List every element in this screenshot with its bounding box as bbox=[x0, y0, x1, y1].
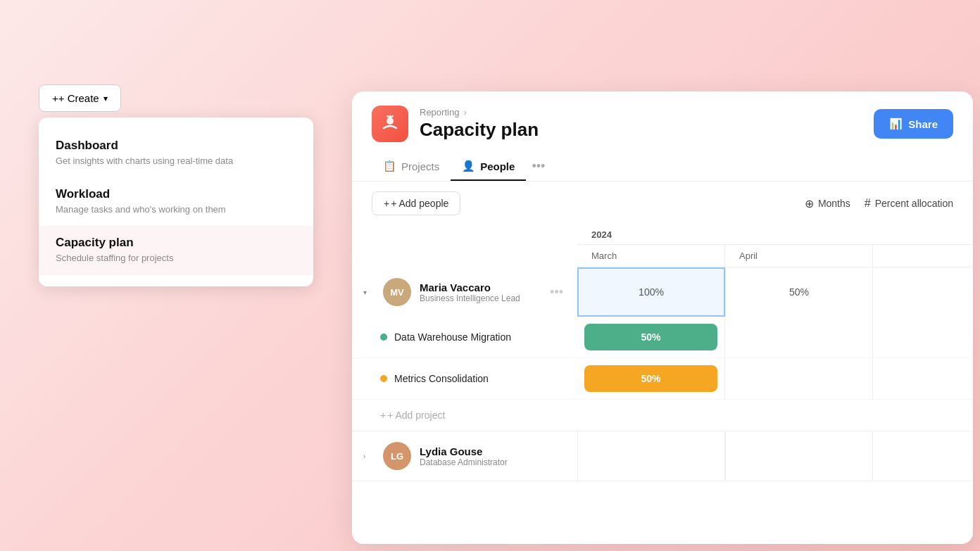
person-menu-maria[interactable]: ••• bbox=[547, 285, 566, 300]
menu-item-dashboard-desc: Get insights with charts using real-time… bbox=[56, 155, 296, 167]
person-cell-maria-april: 50% bbox=[725, 267, 873, 317]
project-info-metrics: Metrics Consolidation bbox=[352, 366, 577, 391]
menu-item-capacity-desc: Schedule staffing for projects bbox=[56, 252, 296, 265]
menu-item-workload-title: Workload bbox=[56, 187, 296, 201]
header-text: Reporting › Capacity plan bbox=[420, 107, 539, 141]
toolbar-right: ⊕ Months # Percent allocation bbox=[805, 197, 953, 210]
person-main-lydia: › LG Lydia Gouse Database Administrator bbox=[352, 431, 973, 481]
percent-option[interactable]: # Percent allocation bbox=[865, 197, 953, 210]
month-march: March bbox=[577, 245, 725, 267]
menu-item-capacity[interactable]: Capacity plan Schedule staffing for proj… bbox=[39, 226, 313, 274]
menu-item-workload-desc: Manage tasks and who's working on them bbox=[56, 203, 296, 216]
percent-label: Percent allocation bbox=[875, 198, 953, 209]
tab-people[interactable]: 👤 People bbox=[451, 153, 526, 181]
project-info-data-warehouse: Data Warehouse Migration bbox=[352, 324, 577, 350]
menu-item-capacity-title: Capacity plan bbox=[56, 236, 296, 250]
menu-item-workload[interactable]: Workload Manage tasks and who's working … bbox=[39, 177, 313, 226]
create-label: + Create bbox=[58, 92, 99, 104]
data-warehouse-dot bbox=[380, 334, 387, 341]
months-label: Months bbox=[818, 198, 850, 209]
left-dropdown-panel: + + Create ▾ Dashboard Get insights with… bbox=[39, 84, 313, 286]
person-cells-maria: 100% 50% bbox=[577, 267, 973, 317]
add-people-button[interactable]: + + Add people bbox=[372, 191, 460, 215]
tab-projects-label: Projects bbox=[401, 160, 439, 172]
project-row-data-warehouse: Data Warehouse Migration 50% bbox=[352, 317, 973, 358]
maria-april-value: 50% bbox=[789, 286, 809, 298]
avatar-lydia: LG bbox=[383, 442, 411, 470]
tab-people-label: People bbox=[480, 160, 515, 172]
maria-march-value: 100% bbox=[639, 286, 664, 298]
project-cell-metrics-april bbox=[725, 358, 873, 399]
menu-item-dashboard-title: Dashboard bbox=[56, 139, 296, 153]
breadcrumb-arrow: › bbox=[463, 107, 466, 118]
project-cells-data-warehouse: 50% bbox=[577, 317, 973, 357]
people-icon: 👤 bbox=[462, 160, 475, 172]
person-role-lydia: Database Administrator bbox=[420, 457, 566, 467]
tabs-bar: 📋 Projects 👤 People ••• bbox=[352, 152, 973, 182]
header-left: Reporting › Capacity plan bbox=[372, 106, 539, 142]
person-name-maria: Maria Vaccaro bbox=[420, 281, 539, 293]
data-warehouse-name: Data Warehouse Migration bbox=[394, 331, 511, 343]
breadcrumb: Reporting › bbox=[420, 107, 539, 118]
person-info-lydia: › LG Lydia Gouse Database Administrator bbox=[352, 433, 577, 479]
hash-icon: # bbox=[865, 197, 871, 210]
app-icon bbox=[372, 106, 408, 142]
svg-point-0 bbox=[387, 118, 394, 125]
year-header: 2024 bbox=[577, 225, 973, 245]
person-info-maria: ▾ MV Maria Vaccaro Business Intelligence… bbox=[352, 270, 577, 315]
plus-icon: + bbox=[52, 92, 58, 104]
expand-arrow-maria[interactable]: ▾ bbox=[363, 289, 375, 296]
project-cell-dw-april bbox=[725, 317, 873, 357]
person-details-maria: Maria Vaccaro Business Intelligence Lead bbox=[420, 281, 539, 303]
share-button[interactable]: 📊 Share bbox=[874, 109, 953, 139]
menu-item-dashboard[interactable]: Dashboard Get insights with charts using… bbox=[39, 129, 313, 177]
add-project-icon: + bbox=[380, 410, 386, 421]
dropdown-menu: Dashboard Get insights with charts using… bbox=[39, 118, 313, 286]
person-main-maria: ▾ MV Maria Vaccaro Business Intelligence… bbox=[352, 267, 973, 317]
metrics-march-bar: 50% bbox=[584, 365, 717, 392]
main-panel: Reporting › Capacity plan 📊 Share 📋 Proj… bbox=[352, 91, 973, 544]
person-row-lydia: › LG Lydia Gouse Database Administrator bbox=[352, 431, 973, 481]
person-row-maria: ▾ MV Maria Vaccaro Business Intelligence… bbox=[352, 267, 973, 431]
year-label: 2024 bbox=[577, 225, 873, 244]
add-project-label: + Add project bbox=[387, 410, 445, 421]
people-section: ▾ MV Maria Vaccaro Business Intelligence… bbox=[352, 267, 973, 544]
person-cell-maria-march: 100% bbox=[577, 267, 725, 317]
chevron-icon: ▾ bbox=[103, 94, 108, 103]
person-cell-lydia-april bbox=[725, 431, 873, 481]
month-april: April bbox=[725, 245, 873, 267]
expand-arrow-lydia[interactable]: › bbox=[363, 452, 375, 460]
person-cells-lydia bbox=[577, 431, 973, 481]
project-cell-dw-march: 50% bbox=[577, 317, 725, 357]
projects-icon: 📋 bbox=[383, 160, 396, 172]
dw-march-bar: 50% bbox=[584, 324, 717, 350]
metrics-dot bbox=[380, 375, 387, 382]
add-people-label: + Add people bbox=[391, 198, 448, 209]
create-button[interactable]: + + Create ▾ bbox=[39, 84, 121, 112]
person-role-maria: Business Intelligence Lead bbox=[420, 293, 539, 303]
project-cells-metrics: 50% bbox=[577, 358, 973, 399]
add-project-button[interactable]: + + Add project bbox=[352, 400, 973, 431]
metrics-name: Metrics Consolidation bbox=[394, 373, 489, 384]
share-label: Share bbox=[908, 118, 938, 130]
person-details-lydia: Lydia Gouse Database Administrator bbox=[420, 445, 566, 467]
person-cell-lydia-march bbox=[577, 431, 725, 481]
person-name-lydia: Lydia Gouse bbox=[420, 445, 566, 457]
breadcrumb-text: Reporting bbox=[420, 107, 459, 118]
month-header-row: March April bbox=[577, 245, 973, 267]
project-row-metrics: Metrics Consolidation 50% bbox=[352, 358, 973, 400]
panel-header: Reporting › Capacity plan 📊 Share bbox=[352, 91, 973, 142]
page-title: Capacity plan bbox=[420, 119, 539, 141]
share-icon: 📊 bbox=[889, 118, 903, 130]
avatar-maria: MV bbox=[383, 278, 411, 306]
toolbar: + + Add people ⊕ Months # Percent alloca… bbox=[352, 182, 973, 225]
clock-icon: ⊕ bbox=[805, 197, 814, 210]
tab-more-options[interactable]: ••• bbox=[526, 152, 551, 181]
tab-projects[interactable]: 📋 Projects bbox=[372, 153, 451, 181]
project-cell-metrics-march: 50% bbox=[577, 358, 725, 399]
grid-area: 2024 March April ▾ MV Maria Vaccaro Busi… bbox=[352, 225, 973, 544]
add-icon: + bbox=[384, 198, 389, 209]
months-option[interactable]: ⊕ Months bbox=[805, 197, 850, 210]
